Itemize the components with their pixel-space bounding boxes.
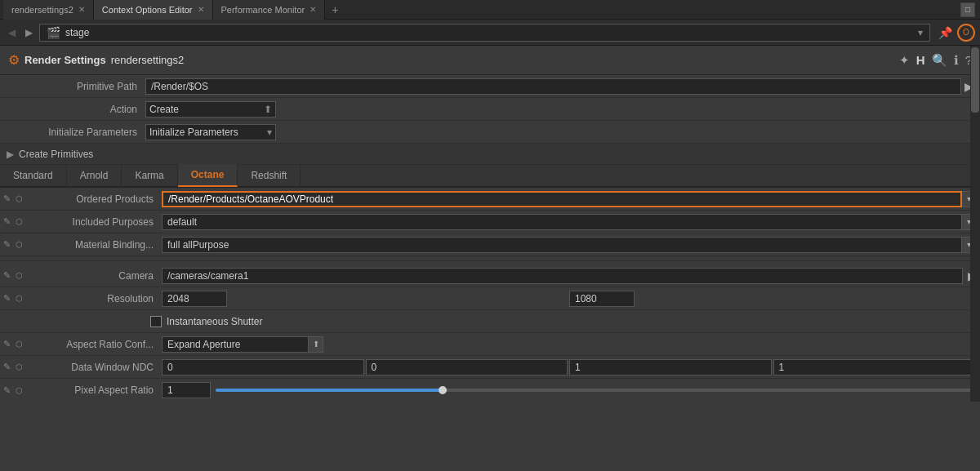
primitive-path-input[interactable]: /Render/$OS [145, 78, 961, 95]
render-settings-icon: ⚙ [8, 52, 20, 68]
tab-close-performance-monitor[interactable]: ✕ [310, 5, 316, 14]
data-window-v4-input[interactable]: 1 [773, 359, 976, 375]
included-purposes-edit-icon[interactable]: ✎ [3, 216, 11, 227]
resolution-label: Resolution [26, 293, 162, 304]
stage-label: stage [65, 27, 89, 38]
aspect-dropdown-arrow[interactable]: ⬆ [309, 336, 323, 353]
data-window-v1-value: 0 [167, 362, 173, 373]
create-primitives-label: Create Primitives [19, 149, 93, 160]
camera-sub-icon: ⬡ [16, 271, 23, 280]
scrollbar[interactable] [970, 46, 980, 402]
aspect-edit-icon[interactable]: ✎ [3, 339, 11, 349]
data-window-v1-input[interactable]: 0 [162, 359, 364, 375]
init-params-select[interactable]: Initialize Parameters ▾ [145, 124, 276, 140]
data-window-v3-value: 1 [575, 362, 581, 373]
tab-rendersettings2[interactable]: rendersettings2 ✕ [3, 0, 94, 20]
aspect-select[interactable]: Expand Aperture [162, 336, 309, 353]
nav-bar: ◀ ▶ 🎬 stage ▾ 📌 O [0, 20, 980, 46]
search-icon[interactable]: 🔍 [932, 53, 947, 68]
action-value: Create [149, 104, 179, 115]
h-icon[interactable]: H [916, 53, 925, 68]
tab-context-options-editor[interactable]: Context Options Editor ✕ [94, 0, 213, 20]
octane-icon[interactable]: O [957, 24, 975, 42]
nav-right-icons: 📌 O [938, 24, 975, 42]
material-binding-input[interactable]: full allPurpose [162, 237, 962, 253]
tab-karma[interactable]: Karma [122, 164, 177, 187]
tab-right-controls: □ [960, 2, 980, 17]
nav-forward-button[interactable]: ▶ [22, 25, 36, 40]
action-select[interactable]: Create ⬆ [145, 101, 276, 118]
ordered-products-value: /Render/Products/OctaneAOVProduct [168, 193, 333, 205]
action-row: Action Create ⬆ [0, 98, 980, 121]
camera-value: /cameras/camera1 [167, 270, 248, 282]
included-purposes-value: default [167, 216, 197, 228]
pixel-aspect-edit-icon[interactable]: ✎ [3, 385, 11, 396]
resolution-height-value: 1080 [575, 293, 597, 304]
tab-label: rendersettings2 [11, 5, 74, 15]
data-window-v3-input[interactable]: 1 [569, 359, 772, 375]
data-window-edit-icon[interactable]: ✎ [3, 362, 11, 372]
ordered-products-row: ✎ ⬡ Ordered Products /Render/Products/Oc… [0, 188, 980, 211]
scrollbar-thumb[interactable] [971, 47, 979, 113]
tab-octane[interactable]: Octane [178, 164, 238, 187]
included-purposes-label: Included Purposes [26, 216, 162, 228]
shutter-row: Instantaneous Shutter [0, 310, 980, 333]
tab-close-rendersettings2[interactable]: ✕ [78, 5, 85, 14]
pixel-aspect-input[interactable]: 1 [162, 382, 211, 398]
included-purposes-row: ✎ ⬡ Included Purposes default ▾ [0, 211, 980, 233]
gear-icon[interactable]: ✦ [899, 53, 910, 68]
ordered-products-sub-icon: ⬡ [16, 194, 23, 203]
material-binding-edit-icon[interactable]: ✎ [3, 239, 11, 250]
tab-bar: rendersettings2 ✕ Context Options Editor… [0, 0, 980, 20]
camera-label: Camera [26, 270, 162, 282]
init-params-dropdown-arrow: ▾ [267, 127, 272, 138]
material-binding-label: Material Binding... [26, 239, 162, 251]
data-window-row: ✎ ⬡ Data Window NDC 0 0 1 1 [0, 356, 980, 379]
camera-input[interactable]: /cameras/camera1 [162, 268, 963, 284]
section-spacer [0, 256, 980, 261]
resolution-edit-icon[interactable]: ✎ [3, 293, 11, 304]
init-params-label: Initialize Parameters [7, 127, 145, 138]
shutter-checkbox[interactable] [150, 316, 162, 327]
tab-performance-monitor[interactable]: Performance Monitor ✕ [213, 0, 326, 20]
info-icon[interactable]: ℹ [954, 53, 959, 68]
data-window-v4-value: 1 [779, 362, 785, 373]
aspect-ratio-row: ✎ ⬡ Aspect Ratio Conf... Expand Aperture… [0, 333, 980, 356]
material-binding-sub-icon: ⬡ [16, 240, 23, 249]
pixel-aspect-slider[interactable] [216, 389, 972, 392]
stage-icon: 🎬 [47, 26, 60, 39]
pixel-aspect-sub-icon: ⬡ [16, 386, 23, 395]
init-params-row: Initialize Parameters Initialize Paramet… [0, 121, 980, 144]
slider-thumb[interactable] [439, 386, 447, 394]
tab-arnold[interactable]: Arnold [67, 164, 122, 187]
resolution-width-input[interactable]: 2048 [162, 291, 227, 307]
tab-add-button[interactable]: + [325, 0, 345, 20]
ordered-products-edit-icon[interactable]: ✎ [3, 193, 11, 204]
pin-icon[interactable]: 📌 [938, 26, 952, 39]
window-icon[interactable]: □ [960, 2, 975, 17]
tab-standard[interactable]: Standard [0, 164, 67, 187]
stage-dropdown-arrow[interactable]: ▾ [918, 27, 923, 38]
render-settings-title: Render Settings [24, 54, 106, 66]
nav-stage-selector[interactable]: 🎬 stage ▾ [39, 24, 930, 42]
resolution-row: ✎ ⬡ Resolution 2048 1080 [0, 287, 980, 310]
resolution-height-input[interactable]: 1080 [569, 291, 635, 307]
nav-back-button[interactable]: ◀ [5, 25, 19, 40]
resolution-width-value: 2048 [167, 293, 189, 304]
included-purposes-input[interactable]: default [162, 214, 962, 230]
tab-redshift[interactable]: Redshift [238, 164, 301, 187]
material-binding-value: full allPurpose [167, 239, 229, 251]
data-window-v2-value: 0 [372, 362, 377, 373]
tab-label: Context Options Editor [102, 5, 193, 15]
ordered-products-input[interactable]: /Render/Products/OctaneAOVProduct [162, 191, 962, 207]
action-label: Action [7, 104, 145, 115]
create-primitives-section[interactable]: ▶ Create Primitives [0, 144, 980, 165]
material-binding-row: ✎ ⬡ Material Binding... full allPurpose … [0, 233, 980, 256]
tab-close-context-options[interactable]: ✕ [198, 5, 204, 14]
primitive-path-field: /Render/$OS ▶ [145, 78, 973, 95]
aspect-label: Aspect Ratio Conf... [26, 339, 162, 350]
data-window-v2-input[interactable]: 0 [366, 359, 568, 375]
render-settings-header: ⚙ Render Settings rendersettings2 ✦ H 🔍 … [0, 46, 980, 75]
camera-edit-icon[interactable]: ✎ [3, 270, 11, 281]
slider-fill [216, 389, 443, 392]
